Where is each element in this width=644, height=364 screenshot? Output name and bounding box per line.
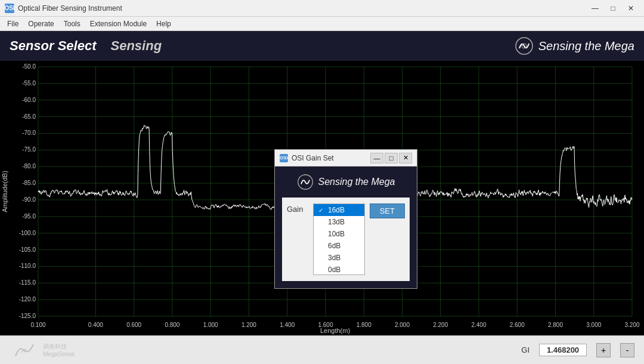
- dialog-window-controls: — □ ✕: [370, 153, 412, 164]
- checkmark-icon: ✓: [318, 207, 326, 214]
- logo-area: Sensing the Mega: [515, 36, 634, 55]
- logo-text: Sensing the Mega: [538, 39, 634, 53]
- app-icon: OSI: [5, 4, 14, 13]
- minimize-button[interactable]: —: [587, 2, 603, 14]
- maximize-button[interactable]: □: [605, 2, 621, 14]
- menu-file[interactable]: File: [2, 18, 23, 29]
- window-controls: — □ ✕: [587, 2, 639, 14]
- watermark-bird: [10, 340, 38, 361]
- menu-extension[interactable]: Extension Module: [85, 18, 151, 29]
- status-bar: 易衡科技 MegaSense GI 1.468200 + -: [0, 335, 644, 364]
- menu-tools[interactable]: Tools: [59, 18, 85, 29]
- gi-increment-button[interactable]: +: [596, 343, 611, 357]
- menu-bar: File Operate Tools Extension Module Help: [0, 17, 644, 31]
- gain-option-13db[interactable]: 13dB: [314, 216, 364, 228]
- gain-label: Gain: [287, 203, 308, 214]
- gi-value: 1.468200: [539, 344, 587, 356]
- gi-label: GI: [521, 346, 530, 354]
- set-button[interactable]: SET: [370, 203, 405, 218]
- logo-icon: [515, 36, 534, 55]
- gi-decrement-button[interactable]: -: [620, 343, 634, 357]
- title-bar: OSI Optical Fiber Sensing Instrument — □…: [0, 0, 644, 17]
- gain-option-0db[interactable]: 0dB: [314, 264, 364, 275]
- dialog-logo-icon: [297, 174, 314, 190]
- dialog-logo-text: Sensing the Mega: [318, 177, 395, 187]
- menu-help[interactable]: Help: [151, 18, 176, 29]
- gain-option-10db[interactable]: 10dB: [314, 228, 364, 240]
- dialog-logo: Sensing the Mega: [282, 174, 410, 190]
- dialog-close-button[interactable]: ✕: [399, 153, 412, 164]
- menu-operate[interactable]: Operate: [23, 18, 58, 29]
- dialog-minimize-button[interactable]: —: [370, 153, 383, 164]
- app-header: Sensor Select Sensing Sensing the Mega: [0, 31, 644, 61]
- dialog-title: OSI Gain Set: [292, 154, 370, 162]
- dialog-body: Sensing the Mega Gain ✓ 16dB 13dB: [275, 166, 417, 288]
- gain-option-16db[interactable]: ✓ 16dB: [314, 204, 364, 216]
- dialog-titlebar: OSI OSI Gain Set — □ ✕: [275, 150, 417, 166]
- gain-option-3db[interactable]: 3dB: [314, 252, 364, 264]
- dialog-maximize-button[interactable]: □: [385, 153, 398, 164]
- gain-set-dialog: OSI OSI Gain Set — □ ✕ Sensing the Mega …: [274, 149, 417, 289]
- gain-dropdown[interactable]: ✓ 16dB 13dB 10dB 6dB: [313, 203, 365, 275]
- app-title: Optical Fiber Sensing Instrument: [18, 4, 587, 13]
- nav-sensing[interactable]: Sensing: [111, 38, 162, 54]
- dialog-icon: OSI: [280, 154, 288, 162]
- gain-option-6db[interactable]: 6dB: [314, 240, 364, 252]
- gain-row: Gain ✓ 16dB 13dB 10dB: [287, 203, 405, 275]
- dialog-content: Gain ✓ 16dB 13dB 10dB: [282, 198, 410, 281]
- close-button[interactable]: ✕: [623, 2, 639, 14]
- nav-sensor-select[interactable]: Sensor Select: [10, 38, 97, 54]
